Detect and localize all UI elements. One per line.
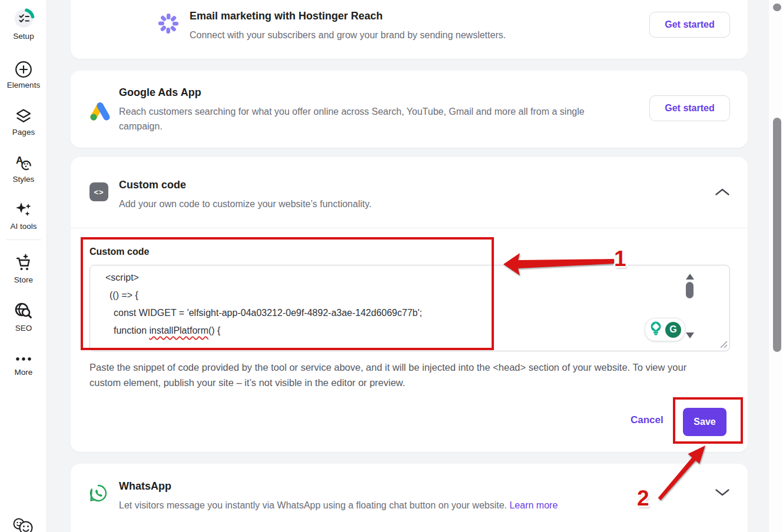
- custom-code-helper-text: Paste the snippet of code provided by th…: [89, 360, 712, 390]
- save-button[interactable]: Save: [683, 408, 726, 436]
- sidebar-item-ai-tools[interactable]: AI tools: [0, 201, 47, 231]
- sidebar-label-store: Store: [0, 275, 47, 284]
- sidebar-divider: [6, 240, 41, 240]
- page-scrollbar-track[interactable]: [769, 0, 783, 532]
- feedback-faces-icon[interactable]: [12, 517, 35, 532]
- cancel-button[interactable]: Cancel: [631, 414, 663, 426]
- sidebar-label-more: More: [0, 368, 47, 377]
- email-card-description: Connect with your subscribers and grow y…: [190, 28, 696, 42]
- chevron-up-icon[interactable]: [715, 188, 730, 198]
- page-scrollbar-thumb[interactable]: [773, 118, 781, 352]
- custom-code-textarea[interactable]: <script> (() => { const WIDGET = 'elfsig…: [89, 265, 730, 351]
- cart-plus-icon: [14, 253, 34, 275]
- setup-checklist-icon: [13, 8, 35, 32]
- code-line-2: (() => {: [110, 290, 138, 301]
- misspelled-word: installPlatform: [149, 325, 208, 335]
- google-ads-get-started-button[interactable]: Get started: [649, 95, 730, 121]
- globe-search-icon: [14, 301, 34, 324]
- resize-handle[interactable]: [719, 340, 728, 351]
- email-get-started-button[interactable]: Get started: [649, 12, 730, 38]
- sidebar-label-pages: Pages: [0, 128, 47, 137]
- grammarly-g-icon: G: [665, 322, 681, 338]
- editor-sidebar: Setup Elements Pages A: [0, 0, 47, 532]
- ellipsis-icon: [15, 354, 32, 364]
- sidebar-item-styles[interactable]: A Styles: [0, 154, 47, 184]
- hostinger-reach-icon: [157, 12, 180, 38]
- annotation-number-2: 2: [637, 486, 649, 511]
- whatsapp-learn-more-link[interactable]: Learn more: [509, 500, 558, 510]
- sparkles-icon: [14, 201, 33, 222]
- code-scroll-down-arrow[interactable]: [686, 332, 694, 338]
- code-icon: <>: [89, 182, 108, 201]
- code-line-4: function installPlatform() {: [114, 325, 220, 336]
- sidebar-item-seo[interactable]: SEO: [0, 301, 47, 332]
- card-email-marketing: Email marketing with Hostinger Reach Con…: [71, 0, 748, 59]
- annotation-number-1: 1: [614, 247, 626, 271]
- email-card-title: Email marketing with Hostinger Reach: [190, 10, 383, 22]
- sidebar-label-elements: Elements: [0, 81, 47, 89]
- layers-icon: [15, 108, 32, 128]
- code-scroll-up-arrow[interactable]: [686, 274, 694, 280]
- code-line-1: <script>: [105, 272, 139, 283]
- sidebar-item-elements[interactable]: Elements: [0, 61, 47, 89]
- google-ads-title: Google Ads App: [119, 87, 201, 99]
- sidebar-item-setup[interactable]: Setup: [0, 8, 47, 41]
- whatsapp-description: Let visitors message you instantly via W…: [119, 498, 708, 513]
- grammarly-suggestion-icon: [649, 321, 663, 338]
- add-circle-icon: [15, 61, 32, 81]
- sidebar-label-seo: SEO: [0, 324, 47, 332]
- card-custom-code: <> Custom code Add your own code to cust…: [71, 157, 748, 452]
- sidebar-item-store[interactable]: Store: [0, 253, 47, 284]
- sidebar-item-more[interactable]: More: [0, 354, 47, 377]
- sidebar-label-styles: Styles: [0, 175, 47, 184]
- styles-palette-icon: A: [14, 154, 33, 175]
- custom-code-subtitle: Add your own code to customize your webs…: [119, 197, 590, 211]
- whatsapp-title: WhatsApp: [119, 480, 171, 493]
- section-divider: [71, 228, 748, 228]
- custom-code-field-label: Custom code: [89, 247, 149, 257]
- grammarly-widget[interactable]: G: [645, 318, 685, 341]
- sidebar-label-ai-tools: AI tools: [0, 222, 47, 231]
- page-scrollbar-cap[interactable]: [773, 4, 781, 11]
- chevron-down-icon[interactable]: [715, 488, 730, 499]
- whatsapp-icon: [88, 483, 108, 506]
- code-line-3: const WIDGET = 'elfsight-app-04a03212-0e…: [114, 308, 422, 318]
- sidebar-item-pages[interactable]: Pages: [0, 108, 47, 137]
- google-ads-description: Reach customers searching for what you o…: [119, 104, 619, 134]
- sidebar-label-setup: Setup: [0, 32, 47, 41]
- google-ads-icon: [87, 99, 112, 126]
- code-scroll-thumb[interactable]: [686, 282, 694, 298]
- card-google-ads: Google Ads App Reach customers searching…: [71, 71, 748, 148]
- custom-code-title: Custom code: [119, 179, 186, 191]
